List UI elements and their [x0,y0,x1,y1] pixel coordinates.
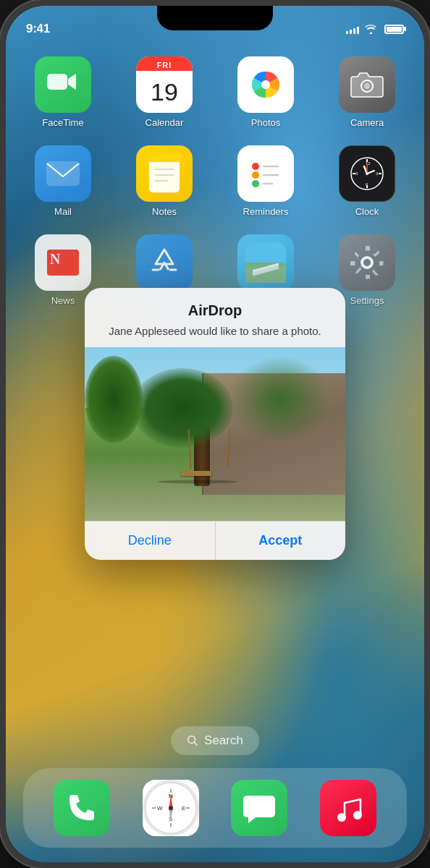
svg-text:N: N [50,251,61,267]
svg-text:12: 12 [366,161,371,166]
photo-content [85,347,345,521]
app-item-reminders[interactable]: Reminders [226,145,305,217]
dock-music-icon[interactable] [320,780,376,836]
svg-point-2 [261,80,270,89]
dock: N S E W [23,768,407,848]
notes-icon[interactable] [136,145,193,202]
notes-label: Notes [152,206,177,217]
mail-label: Mail [54,206,72,217]
modal-actions: Decline Accept [85,521,345,560]
app-item-notes[interactable]: Notes [125,145,204,217]
app-row-2: Mail Notes [23,145,407,217]
search-icon [187,735,198,746]
dock-messages-icon[interactable] [231,780,287,836]
clock-label: Clock [355,206,379,217]
facetime-label: FaceTime [42,117,83,128]
svg-point-55 [353,811,362,820]
camera-icon[interactable] [339,56,395,113]
svg-rect-5 [46,161,80,186]
photos-icon[interactable] [237,56,294,113]
svg-point-54 [337,813,346,822]
svg-rect-11 [245,153,286,194]
dock-item-safari[interactable]: N S E W [143,780,199,836]
status-time: 9:41 [26,22,50,36]
news-label: News [51,295,75,306]
svg-line-39 [195,743,198,746]
svg-text:W: W [157,805,163,812]
search-bar[interactable]: Search [171,726,259,755]
search-label: Search [204,733,243,748]
mail-icon[interactable] [35,145,91,202]
status-icons [346,25,404,34]
calendar-day: FRI [136,56,193,71]
airdrop-photo [85,347,345,521]
calendar-icon[interactable]: FRI 19 [136,56,193,113]
phone-screen: 9:41 [6,6,424,862]
wifi-icon [365,25,377,34]
appstore-icon[interactable] [136,234,193,291]
app-item-photos[interactable]: Photos [226,56,305,128]
dock-safari-icon[interactable]: N S E W [143,780,199,836]
dock-phone-icon[interactable] [54,780,110,836]
svg-point-53 [169,806,173,810]
settings-icon[interactable] [339,234,395,291]
airdrop-modal: AirDrop Jane Appleseed would like to sha… [85,288,345,560]
dock-item-music[interactable] [320,780,376,836]
app-item-mail[interactable]: Mail [23,145,103,217]
news-icon[interactable]: N [35,234,91,291]
maps-icon[interactable] [237,234,294,291]
app-item-clock[interactable]: 12 3 6 9 Clock [327,145,407,217]
settings-label: Settings [350,295,384,306]
calendar-label: Calendar [146,117,184,128]
photos-label: Photos [251,117,280,128]
airdrop-message: Jane Appleseed would like to share a pho… [99,323,331,339]
dock-item-phone[interactable] [54,780,110,836]
svg-point-12 [252,163,259,170]
reminders-label: Reminders [243,206,289,217]
svg-point-4 [364,83,370,89]
svg-rect-0 [47,74,67,90]
app-row-1: FaceTime FRI 19 Calendar [23,56,407,128]
camera-label: Camera [350,117,384,128]
signal-icon [346,25,359,34]
phone-frame: 9:41 [0,0,430,868]
svg-point-14 [252,180,259,187]
app-item-facetime[interactable]: FaceTime [23,56,103,128]
dock-item-messages[interactable] [231,780,287,836]
calendar-date: 19 [151,72,178,113]
svg-point-13 [252,171,259,179]
clock-icon[interactable]: 12 3 6 9 [339,145,395,202]
svg-text:E: E [182,805,185,812]
facetime-icon[interactable] [35,56,91,113]
modal-header: AirDrop Jane Appleseed would like to sha… [85,288,345,347]
app-item-calendar[interactable]: FRI 19 Calendar [125,56,204,128]
airdrop-title: AirDrop [99,302,331,319]
app-item-camera[interactable]: Camera [327,56,407,128]
svg-rect-10 [146,153,182,162]
decline-button[interactable]: Decline [85,522,216,560]
svg-point-31 [366,172,368,175]
accept-button[interactable]: Accept [216,522,346,560]
notch [157,6,273,30]
reminders-icon[interactable] [237,145,294,202]
battery-icon [384,25,404,34]
